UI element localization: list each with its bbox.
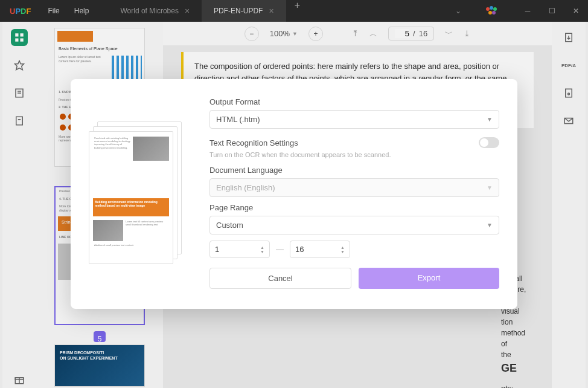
page-range-label: Page Range bbox=[209, 203, 499, 212]
range-to-input[interactable]: 16 ▲▼ bbox=[290, 241, 350, 258]
ocr-label: Text Recognition Settings bbox=[209, 138, 298, 147]
range-from-input[interactable]: 1 ▲▼ bbox=[209, 241, 270, 258]
chevron-down-icon: ▼ bbox=[487, 222, 493, 228]
spin-up-icon[interactable]: ▲ bbox=[340, 245, 345, 250]
chevron-down-icon: ▼ bbox=[487, 116, 493, 123]
ocr-hint: Turn on the OCR when the document appear… bbox=[209, 150, 499, 160]
export-modal-overlay: Combined with existing building environm… bbox=[0, 0, 588, 388]
export-button[interactable]: Export bbox=[359, 268, 499, 289]
language-select[interactable]: English (English) ▼ bbox=[209, 178, 499, 197]
modal-page-preview: Combined with existing building environm… bbox=[89, 97, 191, 291]
export-form: Output Format HTML (.htm) ▼ Text Recogni… bbox=[209, 97, 499, 291]
language-label: Document Language bbox=[209, 166, 499, 175]
page-range-select[interactable]: Custom ▼ bbox=[209, 216, 499, 234]
cancel-button[interactable]: Cancel bbox=[209, 268, 351, 289]
spin-down-icon[interactable]: ▼ bbox=[260, 250, 264, 254]
output-format-select[interactable]: HTML (.htm) ▼ bbox=[209, 110, 499, 129]
ocr-toggle[interactable] bbox=[479, 137, 499, 148]
spin-down-icon[interactable]: ▼ bbox=[340, 250, 345, 254]
chevron-down-icon: ▼ bbox=[487, 184, 493, 191]
range-separator: — bbox=[276, 245, 284, 254]
spin-up-icon[interactable]: ▲ bbox=[260, 245, 264, 250]
output-format-label: Output Format bbox=[209, 97, 499, 106]
export-modal: Combined with existing building environm… bbox=[71, 79, 517, 309]
